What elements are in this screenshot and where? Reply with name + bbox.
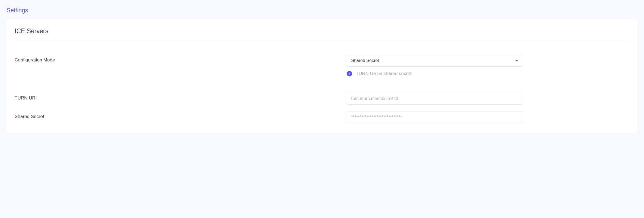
settings-card: ICE Servers Configuration Mode Shared Se… bbox=[7, 19, 637, 133]
shared-secret-control bbox=[347, 111, 523, 123]
page-title: Settings bbox=[0, 5, 644, 19]
configuration-mode-label: Configuration Mode bbox=[15, 55, 347, 63]
configuration-mode-row: Configuration Mode Shared Secret ! TURN … bbox=[15, 55, 629, 76]
turn-uri-label: TURN URI bbox=[15, 93, 347, 101]
configuration-mode-select-wrapper: Shared Secret bbox=[347, 55, 523, 67]
turn-uri-input[interactable] bbox=[347, 93, 523, 105]
turn-uri-control bbox=[347, 93, 523, 105]
shared-secret-input[interactable] bbox=[347, 111, 523, 123]
shared-secret-label: Shared Secret bbox=[15, 111, 347, 119]
section-title: ICE Servers bbox=[15, 27, 629, 41]
configuration-mode-helper-row: ! TURN URI & shared secret bbox=[347, 71, 523, 76]
configuration-mode-helper: TURN URI & shared secret bbox=[356, 71, 412, 76]
shared-secret-row: Shared Secret bbox=[15, 111, 629, 123]
configuration-mode-select[interactable]: Shared Secret bbox=[347, 55, 523, 67]
configuration-mode-control: Shared Secret ! TURN URI & shared secret bbox=[347, 55, 523, 76]
turn-uri-row: TURN URI bbox=[15, 93, 629, 105]
info-icon: ! bbox=[347, 71, 352, 76]
